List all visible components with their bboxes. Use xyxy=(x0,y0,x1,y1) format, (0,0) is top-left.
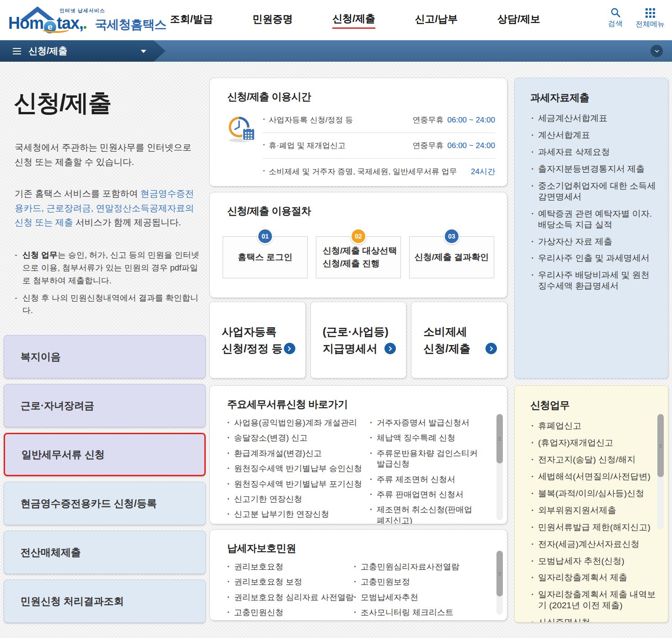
usage-hours-label: 휴·폐업 및 재개업신고 xyxy=(263,140,346,151)
major-docs-right-list: 거주자증명서 발급신청서체납액 징수특례 신청주류운반용차량 검인스티커 발급신… xyxy=(370,418,480,524)
list-item[interactable]: 사업용(공익법인용)계좌 개설관리 xyxy=(227,418,370,428)
scrollbar-track[interactable] xyxy=(496,414,503,520)
list-item[interactable]: 신고분 납부기한 연장신청 xyxy=(227,509,370,520)
list-item[interactable]: 과세자료 삭제요청 xyxy=(531,147,657,158)
list-item[interactable]: 제조면허 취소신청(판매업 폐지신고) xyxy=(370,505,480,524)
note-check-result: 신청 후 나의 민원신청내역에서 결과를 확인합니다. xyxy=(15,292,203,318)
sidebar-item-application-results[interactable]: 민원신청 처리결과조회 xyxy=(4,580,206,623)
list-item[interactable]: 중소기업취업자에 대한 소득세감면명세서 xyxy=(531,181,657,202)
full-menu-label: 전체메뉴 xyxy=(635,20,665,29)
list-item[interactable]: 일자리창출계획서 제출 xyxy=(531,572,657,583)
list-item[interactable]: 원천징수세액 반기별납부 포기신청 xyxy=(227,479,370,489)
hometax-apply-page: 인터넷 납세서비스 Hometax, 국세청홈택스 조회/발급 민원증명 신청/… xyxy=(0,0,672,638)
list-item[interactable]: 모범납세자 추천(신청) xyxy=(531,556,657,567)
sidebar-item-work-child-incentive[interactable]: 근로·자녀장려금 xyxy=(4,384,206,427)
sidebar-item-cash-receipt-card[interactable]: 현금영수증전용카드 신청/등록 xyxy=(4,482,206,525)
sidebar-item-electronic-media[interactable]: 전산매체제출 xyxy=(4,531,206,574)
list-item[interactable]: 주류 제조면허 신청서 xyxy=(370,474,480,485)
nav-civil-certificate[interactable]: 민원증명 xyxy=(253,12,293,28)
list-item[interactable]: 환급계좌개설(변경)신고 xyxy=(227,448,370,459)
arrow-right-icon xyxy=(485,343,497,354)
arrow-right-icon xyxy=(384,343,396,354)
list-item[interactable]: 계산서합계표 xyxy=(531,130,657,141)
header: 인터넷 납세서비스 Hometax, 국세청홈택스 조회/발급 민원증명 신청/… xyxy=(0,0,672,40)
usage-hours-time: 24시간 xyxy=(471,167,495,176)
taxpayer-protection-panel: 납세자보호민원 권리보호요청권리보호요청 보정권리보호요청 심리자료 사전열람고… xyxy=(209,529,507,621)
full-menu-button[interactable]: 전체메뉴 xyxy=(635,7,665,29)
sidebar-item-bokji-ieum[interactable]: 복지이음 xyxy=(4,335,206,378)
nav-consult-report[interactable]: 상담/제보 xyxy=(497,12,540,28)
collapse-chevron-button[interactable] xyxy=(651,45,663,57)
list-item[interactable]: 모범납세자추천 xyxy=(354,592,480,603)
sub-header-bar: 신청/제출 xyxy=(0,40,672,62)
quick-card-consumption-tax[interactable]: 소비제세 신청/제출 xyxy=(411,302,507,378)
scrollbar-thumb[interactable] xyxy=(496,414,503,463)
list-item[interactable]: (휴업자)재개업신고 xyxy=(531,437,657,448)
logo-green-dot xyxy=(84,26,86,29)
list-item[interactable]: 가상자산 자료 제출 xyxy=(531,236,657,247)
list-item[interactable]: 체납액 징수특례 신청 xyxy=(370,433,480,443)
current-menu-selector[interactable]: 신청/제출 xyxy=(0,40,165,62)
list-item[interactable]: 세법해석(서면질의/사전답변) xyxy=(531,471,657,482)
logo-brand-hom: Hom xyxy=(8,14,43,32)
usage-hours-time: 06:00 ~ 24:00 xyxy=(448,141,495,150)
list-item[interactable]: 주류운반용차량 검인스티커 발급신청 xyxy=(370,448,480,470)
list-item[interactable]: 예탁증권 관련 예탁자별 이자.배당소득 지급 실적 xyxy=(531,208,657,230)
tax-data-submit-list: 세금계산서합계표계산서합계표과세자료 삭제요청출자지분등변경통지서 제출중소기업… xyxy=(515,105,668,292)
usage-hours-time: 06:00 ~ 24:00 xyxy=(448,116,495,124)
list-item[interactable]: 민원서류발급 제한(해지신고) xyxy=(531,522,657,533)
sidebar-item-general-tax-docs[interactable]: 일반세무서류 신청 xyxy=(4,433,206,476)
list-item[interactable]: 고충민원신청 xyxy=(227,607,354,618)
list-item[interactable]: 우리사주 배당비과세 및 원천징수세액 환급명세서 xyxy=(531,270,657,292)
procedure-panel: 신청/제출 이용절차 01 홈택스 로그인 02 신청/제출 대상선택 신청/제… xyxy=(209,192,507,298)
usage-hours-label: 소비제세 및 거주자 증명, 국제세원, 일반세무서류 업무 xyxy=(263,166,457,177)
nav-report-pay[interactable]: 신고/납부 xyxy=(415,12,458,28)
list-item[interactable]: 외부위원지원서제출 xyxy=(531,505,657,516)
list-item[interactable]: 원천징수세액 반기별납부 승인신청 xyxy=(227,463,370,474)
list-item[interactable]: 권리보호요청 보정 xyxy=(227,577,354,587)
list-item[interactable]: 사실증명신청 xyxy=(531,617,657,622)
list-item[interactable]: 출자지분등변경통지서 제출 xyxy=(531,164,657,175)
procedure-step-1: 01 홈택스 로그인 xyxy=(223,236,308,278)
quick-card-business-registration[interactable]: 사업자등록 신청/정정 등 xyxy=(209,302,306,378)
major-docs-title: 주요세무서류신청 바로가기 xyxy=(210,386,507,411)
scrollbar-track[interactable] xyxy=(496,551,503,615)
scrollbar-track[interactable] xyxy=(657,414,664,529)
hometax-logo[interactable]: 인터넷 납세서비스 Hometax, 국세청홈택스 xyxy=(6,2,144,38)
usage-hours-row: 사업자등록 신청/정정 등 연중무휴06:00 ~ 24:00 xyxy=(263,107,495,133)
quick-card-payment-statement[interactable]: (근로·사업등) 지급명세서 xyxy=(310,302,407,378)
list-item[interactable]: 전자고지(송달) 신청/해지 xyxy=(531,454,657,465)
quick-link-cards: 사업자등록 신청/정정 등 (근로·사업등) 지급명세서 소비제세 신청/제출 xyxy=(209,302,507,378)
list-item[interactable]: 세금계산서합계표 xyxy=(531,113,657,124)
list-item[interactable]: 신고기한 연장신청 xyxy=(227,494,370,505)
header-utility: 검색 전체메뉴 xyxy=(608,7,665,29)
list-item[interactable]: 우리사주 인출 및 과세명세서 xyxy=(531,253,657,264)
nav-inquiry-issue[interactable]: 조회/발급 xyxy=(170,12,213,28)
list-item[interactable]: 전자(세금)계산서자료신청 xyxy=(531,539,657,550)
list-item[interactable]: 권리보호요청 xyxy=(227,562,354,572)
list-item[interactable]: 고충민원심리자료사전열람 xyxy=(354,562,480,572)
list-item[interactable]: 조사모니터링 체크리스트 xyxy=(354,607,480,618)
arrow-right-icon xyxy=(284,343,295,354)
list-item[interactable]: 송달장소(변경) 신고 xyxy=(227,433,370,443)
protection-left-list: 권리보호요청권리보호요청 보정권리보호요청 심리자료 사전열람고충민원신청 xyxy=(227,562,354,621)
current-menu-label: 신청/제출 xyxy=(28,45,68,57)
list-item[interactable]: 권리보호요청 심리자료 사전열람 xyxy=(227,592,354,603)
scrollbar-thumb[interactable] xyxy=(657,414,664,477)
nav-apply-submit[interactable]: 신청/제출 xyxy=(332,12,375,29)
major-docs-panel: 주요세무서류신청 바로가기 사업용(공익법인용)계좌 개설관리송달장소(변경) … xyxy=(209,385,507,524)
list-item[interactable]: 일자리창출계획서 제출 내역보기 (2021년 이전 제출) xyxy=(531,589,657,611)
step-number-badge: 02 xyxy=(350,228,367,245)
search-button[interactable]: 검색 xyxy=(608,7,623,29)
list-item[interactable]: 불복(과적/이의/심사등)신청 xyxy=(531,488,657,499)
logo-tagline: 인터넷 납세서비스 xyxy=(59,7,105,14)
list-item[interactable]: 고충민원보정 xyxy=(354,577,480,587)
application-tasks-panel: 신청업무 휴폐업신고(휴업자)재개업신고전자고지(송달) 신청/해지세법해석(서… xyxy=(514,385,668,622)
grid-menu-icon xyxy=(645,7,655,18)
list-item[interactable]: 주류 판매업면허 신청서 xyxy=(370,489,480,500)
major-docs-left-list: 사업용(공익법인용)계좌 개설관리송달장소(변경) 신고환급계좌개설(변경)신고… xyxy=(227,418,370,524)
list-item[interactable]: 휴폐업신고 xyxy=(531,420,657,431)
chevron-down-icon xyxy=(654,48,660,54)
list-item[interactable]: 거주자증명서 발급신청서 xyxy=(370,418,480,428)
scrollbar-thumb[interactable] xyxy=(496,551,503,596)
